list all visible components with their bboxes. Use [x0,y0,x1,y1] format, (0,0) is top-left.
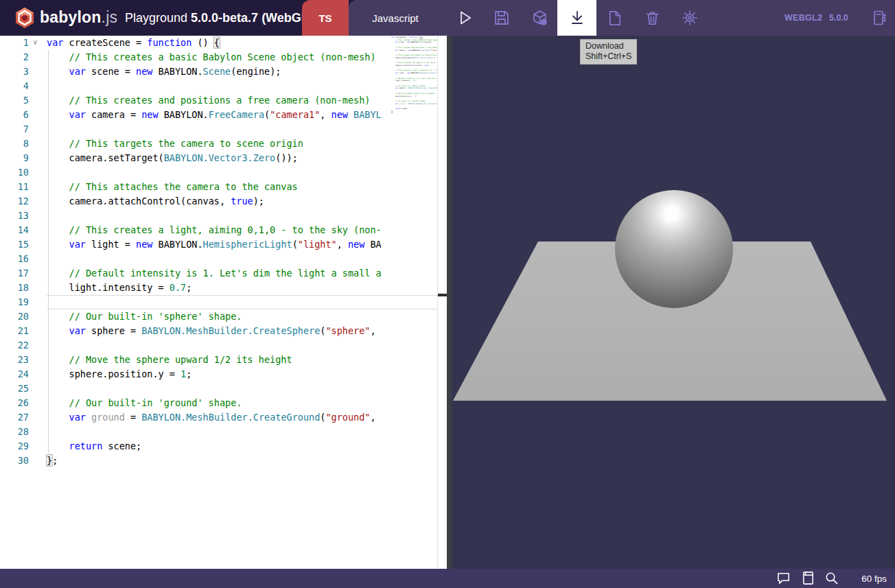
docs-button[interactable] [800,571,816,587]
code-line: 13 [0,209,391,223]
line-number: 8 [0,137,29,151]
line-number: 1 [0,36,29,50]
minimap[interactable]: var createScene = function () { // This … [391,36,437,113]
settings-button[interactable] [675,0,705,36]
babylon-logo-icon [14,7,36,29]
line-number: 30 [0,454,29,468]
split-resize-handle[interactable] [438,294,447,296]
code-line: 25 [0,381,391,396]
minimap-border [437,36,438,569]
code-line: 29 return scene; [0,439,391,454]
minimap-line: var sphere = BABYLON.MeshBuilder.CreateS… [391,87,437,90]
code-line: 20 // Our built-in 'sphere' shape. [0,309,391,324]
footer-bar: 60 fps [0,569,895,588]
line-number: 15 [0,237,29,252]
line-number: 22 [0,338,29,353]
line-number: 21 [0,324,29,338]
new-playground-button[interactable] [599,0,629,36]
minimap-line: var camera = new BABYLON.FreeCamera("cam… [391,49,437,52]
code-line: 26 // Our built-in 'ground' shape. [0,396,391,410]
minimap-line: var light = new BABYLON.HemisphericLight… [391,72,437,75]
code-line: 18 light.intensity = 0.7; [0,281,391,295]
fps-counter: 60 fps [861,569,887,588]
line-number: 13 [0,209,29,223]
code-line: 14 // This creates a light, aiming 0,1,0… [0,223,391,237]
clear-button[interactable] [637,0,667,36]
code-line: 8 // This targets the camera to scene or… [0,137,391,151]
line-number: 5 [0,93,29,108]
line-number: 6 [0,108,29,122]
line-number: 25 [0,381,29,396]
code-line: 27 var ground = BABYLON.MeshBuilder.Crea… [0,410,391,425]
code-line: 7 [0,122,391,137]
webgl-version-badge: WEBGL2 [784,0,822,36]
line-number: 4 [0,79,29,93]
code-line: 4 [0,79,391,93]
line-number: 17 [0,266,29,281]
typescript-toggle-button[interactable]: TS [302,0,349,36]
code-line: 19 [0,295,391,309]
new-document-icon [606,10,623,27]
line-number: 12 [0,194,29,209]
run-button[interactable] [450,0,480,36]
code-line: 22 [0,338,391,353]
save-icon [493,9,511,27]
engine-version-badge: 5.0.0 [829,0,848,36]
line-number: 28 [0,425,29,439]
code-line: 10 [0,165,391,180]
line-number: 3 [0,64,29,79]
code-line: 16 [0,252,391,266]
code-line: 24 sphere.position.y = 1; [0,367,391,381]
code-lines: 1∨var createScene = function () {2 // Th… [0,36,391,468]
line-number: 16 [0,252,29,266]
line-number: 2 [0,50,29,64]
feedback-button[interactable] [775,571,791,587]
save-button[interactable] [487,0,517,36]
minimap-line: var scene = new BABYLON.Scene(engine); [391,41,437,44]
minimap-line: var ground = BABYLON.MeshBuilder.CreateG… [391,103,437,106]
line-number: 26 [0,396,29,410]
inspector-button[interactable] [524,0,555,36]
language-selector[interactable]: Javascript [349,0,442,36]
inspector-cube-icon [531,9,549,27]
line-number: 14 [0,223,29,237]
fold-chevron-icon[interactable]: ∨ [33,36,38,49]
examples-button[interactable] [864,0,894,36]
search-button[interactable] [823,571,839,587]
line-number: 9 [0,151,29,165]
chat-bubble-icon [776,570,791,588]
code-line: 2 // This creates a basic Babylon Scene … [0,50,391,64]
render-canvas[interactable] [447,36,895,569]
code-line: 6 var camera = new BABYLON.FreeCamera("c… [0,108,391,122]
header-bar: babylon.js Playground 5.0.0-beta.7 (WebG… [0,0,895,36]
tooltip-shortcut: Shift+Ctrl+S [585,51,631,62]
code-line: 12 camera.attachControl(canvas, true); [0,194,391,209]
play-icon [456,9,474,27]
line-number: 11 [0,180,29,194]
minimap-line: }; [391,110,437,113]
logo-wordmark: babylon.js [40,8,117,27]
minimap-line: camera.setTarget(BABYLON.Vector3.Zero())… [391,57,437,60]
line-number: 20 [0,309,29,324]
code-line: 23 // Move the sphere upward 1/2 its hei… [0,353,391,367]
sphere-mesh [615,190,733,308]
line-number: 27 [0,410,29,425]
code-editor[interactable]: 1∨var createScene = function () {2 // Th… [0,36,447,569]
docs-book-icon [800,570,816,588]
line-number: 23 [0,353,29,367]
code-line: 9 camera.setTarget(BABYLON.Vector3.Zero(… [0,151,391,165]
tooltip-title: Download [585,41,631,51]
trash-icon [644,10,661,27]
code-line: 3 var scene = new BABYLON.Scene(engine); [0,64,391,79]
code-line: 15 var light = new BABYLON.HemisphericLi… [0,237,391,252]
examples-device-icon [870,9,888,27]
line-number: 19 [0,295,29,309]
code-line: 30}; [0,454,391,468]
code-line: 5 // This creates and positions a free c… [0,93,391,108]
code-line: 17 // Default intensity is 1. Let's dim … [0,266,391,281]
download-button[interactable] [557,0,596,36]
code-line: 28 [0,425,391,439]
gear-icon [681,9,699,27]
line-number: 18 [0,281,29,295]
line-number: 24 [0,367,29,381]
